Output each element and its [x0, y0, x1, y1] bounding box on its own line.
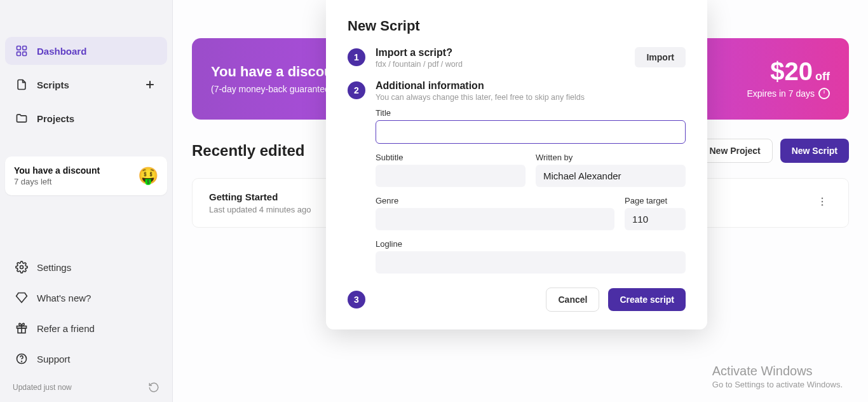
sidebar-item-label: Refer a friend — [37, 323, 95, 334]
banner-expires: Expires in 7 days — [747, 88, 830, 99]
step2-desc: You can always change this later, feel f… — [376, 93, 686, 102]
new-project-button[interactable]: New Project — [698, 139, 773, 163]
written-by-input[interactable] — [536, 165, 686, 187]
step-additional-info: 2 Additional information You can always … — [348, 80, 686, 102]
sidebar-item-label: Dashboard — [37, 46, 86, 57]
svg-point-11 — [822, 204, 823, 205]
banner-price: $20off — [747, 59, 830, 84]
gear-icon — [15, 261, 28, 274]
discount-subtitle: 7 days left — [14, 177, 100, 186]
step-import: 1 Import a script? fdx / fountain / pdf … — [348, 47, 686, 69]
more-menu-button[interactable] — [813, 192, 832, 214]
diamond-icon — [15, 291, 28, 304]
subtitle-label: Subtitle — [376, 153, 526, 162]
written-by-label: Written by — [536, 153, 686, 162]
sidebar-item-support[interactable]: Support — [5, 345, 167, 373]
clock-icon — [818, 88, 830, 99]
svg-rect-0 — [17, 46, 21, 50]
sidebar-item-scripts[interactable]: Scripts — [5, 70, 167, 99]
logline-label: Logline — [376, 239, 686, 249]
step-number-1: 1 — [348, 48, 365, 66]
sidebar-item-label: Projects — [37, 113, 74, 124]
step1-desc: fdx / fountain / pdf / word — [376, 60, 625, 69]
step-number-3: 3 — [348, 291, 365, 308]
svg-point-8 — [22, 361, 22, 362]
sidebar-discount-card[interactable]: You have a discount 7 days left 🤑 — [5, 156, 167, 195]
step-number-2: 2 — [348, 81, 365, 99]
section-title: Recently edited — [192, 142, 304, 160]
logline-input[interactable] — [376, 251, 686, 274]
new-script-modal: New Script 1 Import a script? fdx / foun… — [326, 0, 707, 329]
modal-title: New Script — [348, 18, 686, 34]
document-icon — [15, 78, 28, 91]
form-fields: Title Subtitle Written by Genre Page tar… — [376, 108, 686, 274]
sidebar-item-label: Scripts — [37, 80, 69, 90]
modal-actions: 3 Cancel Create script — [348, 288, 686, 312]
sidebar-item-projects[interactable]: Projects — [5, 104, 167, 132]
step2-head: Additional information — [376, 80, 686, 92]
help-icon — [15, 352, 28, 365]
sidebar-item-settings[interactable]: Settings — [5, 253, 167, 281]
subtitle-input[interactable] — [376, 165, 526, 187]
page-target-label: Page target — [625, 196, 686, 205]
primary-nav: Dashboard Scripts Projects — [5, 37, 167, 137]
title-label: Title — [376, 108, 686, 118]
sidebar-item-label: Settings — [37, 262, 71, 273]
sidebar-item-refer[interactable]: Refer a friend — [5, 314, 167, 342]
page-target-input[interactable] — [625, 208, 686, 230]
script-title: Getting Started — [209, 191, 311, 202]
svg-point-9 — [822, 198, 823, 199]
sidebar-item-whats-new[interactable]: What's new? — [5, 284, 167, 312]
create-script-button[interactable]: Create script — [608, 288, 686, 311]
svg-point-10 — [822, 201, 823, 202]
step1-head: Import a script? — [376, 47, 625, 59]
money-face-emoji: 🤑 — [138, 166, 158, 186]
folder-icon — [15, 112, 28, 125]
genre-input[interactable] — [376, 208, 614, 230]
svg-rect-2 — [17, 52, 21, 56]
refresh-icon[interactable] — [148, 382, 159, 393]
new-script-button[interactable]: New Script — [780, 139, 849, 163]
cancel-button[interactable]: Cancel — [546, 288, 599, 312]
svg-rect-1 — [23, 46, 27, 50]
secondary-nav: Settings What's new? Refer a friend Supp… — [5, 253, 167, 375]
sidebar-item-label: Support — [37, 354, 71, 364]
script-meta: Last updated 4 minutes ago — [209, 205, 311, 214]
svg-point-4 — [20, 266, 24, 269]
sidebar-footer: Updated just now — [5, 375, 167, 397]
title-input[interactable] — [376, 120, 686, 144]
dashboard-icon — [15, 45, 28, 57]
svg-rect-3 — [23, 52, 27, 56]
discount-title: You have a discount — [14, 165, 100, 176]
import-button[interactable]: Import — [635, 47, 686, 67]
sidebar: Dashboard Scripts Projects You hav — [0, 0, 173, 402]
sidebar-item-label: What's new? — [37, 293, 91, 303]
gift-icon — [15, 322, 28, 335]
updated-label: Updated just now — [13, 383, 72, 392]
add-script-button[interactable] — [143, 78, 157, 92]
sidebar-item-dashboard[interactable]: Dashboard — [5, 37, 167, 65]
genre-label: Genre — [376, 196, 614, 205]
